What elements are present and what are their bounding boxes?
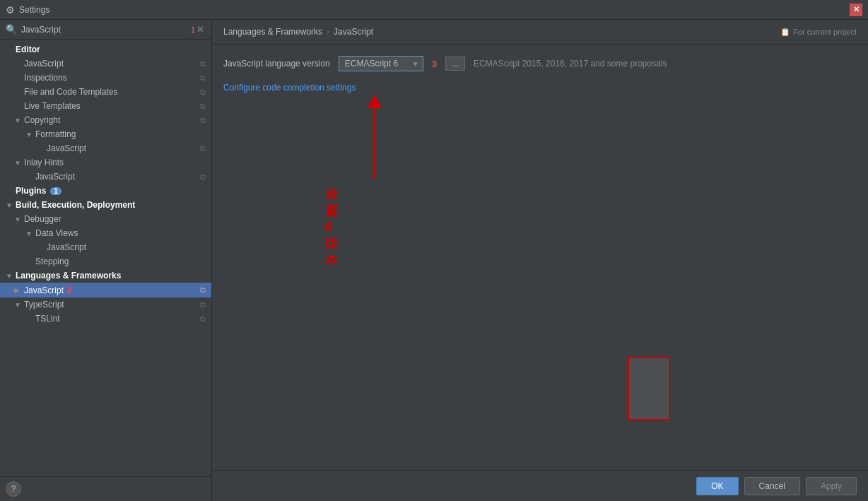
arrow-collapse-icon: ▼ [6, 272, 13, 280]
copy-icon: ⧉ [200, 102, 206, 111]
breadcrumb-part2: JavaScript [334, 27, 373, 37]
version-setting-label: JavaScript language version [223, 59, 330, 69]
sidebar-item-javascript-lf[interactable]: ▶ JavaScript 2 ⧉ [0, 283, 211, 297]
sidebar-item-javascript-formatting[interactable]: JavaScript ⧉ [0, 141, 211, 155]
copy-icon: ⧉ [200, 314, 206, 324]
arrow-collapse-icon: ▼ [6, 201, 13, 209]
arrow-collapse-icon: ▼ [14, 159, 21, 167]
sidebar-item-editor[interactable]: Editor [0, 42, 211, 57]
close-button[interactable]: ✕ [850, 4, 862, 16]
red-rectangle [628, 357, 670, 420]
red-arrow-svg [360, 94, 403, 186]
for-project-label: 📋 For current project [780, 28, 857, 37]
sidebar-item-javascript-editor[interactable]: JavaScript ⧉ [0, 57, 211, 71]
sidebar-tree: Editor JavaScript ⧉ Inspections ⧉ File a… [0, 40, 211, 476]
settings-icon: ⚙ [6, 4, 15, 16]
search-input[interactable] [21, 25, 188, 35]
arrow-collapse-icon: ▼ [14, 216, 21, 223]
plugins-badge: 1 [50, 187, 61, 195]
copy-icon: ⧉ [200, 172, 206, 182]
sidebar-item-file-code-templates[interactable]: File and Code Templates ⧉ [0, 85, 211, 99]
item-badge-2: 2 [66, 285, 71, 295]
sidebar-item-javascript-inlay[interactable]: JavaScript ⧉ [0, 170, 211, 184]
content-area: Languages & Frameworks › JavaScript 📋 Fo… [212, 20, 868, 501]
dots-button[interactable]: ... [445, 57, 465, 71]
cancel-button[interactable]: Cancel [744, 477, 800, 495]
ok-button[interactable]: OK [696, 477, 738, 495]
chinese-annotation: 设置6版本 [325, 186, 338, 269]
sidebar-item-build[interactable]: ▼ Build, Execution, Deployment [0, 198, 211, 212]
search-icon: 🔍 [6, 24, 17, 35]
version-setting-row: JavaScript language version ECMAScript 6… [223, 56, 857, 71]
sidebar: 🔍 1 ✕ Editor JavaScript ⧉ Inspections ⧉ [0, 20, 212, 501]
breadcrumb-part1: Languages & Frameworks [223, 27, 322, 37]
arrow-collapse-icon: ▼ [25, 230, 33, 237]
sidebar-item-inspections[interactable]: Inspections ⧉ [0, 71, 211, 85]
window-title: Settings [19, 5, 49, 15]
title-bar: ⚙ Settings ✕ [0, 0, 868, 20]
sidebar-item-inlay-hints[interactable]: ▼ Inlay Hints [0, 155, 211, 170]
copy-icon: ⧉ [200, 88, 206, 97]
sidebar-item-formatting[interactable]: ▼ Formatting [0, 127, 211, 141]
sidebar-item-debugger[interactable]: ▼ Debugger [0, 212, 211, 226]
project-icon: 📋 [780, 28, 790, 37]
arrow-collapse-icon: ▼ [14, 301, 21, 309]
footer: OK Cancel Apply [212, 470, 868, 501]
sidebar-item-typescript[interactable]: ▼ TypeScript ⧉ [0, 297, 211, 312]
version-select-wrapper: ECMAScript 6ECMAScript 5.1ECMAScript 201… [339, 56, 423, 71]
breadcrumb: Languages & Frameworks › JavaScript 📋 Fo… [212, 20, 868, 45]
configure-link[interactable]: Configure code completion settings [223, 83, 356, 93]
sidebar-item-data-views[interactable]: ▼ Data Views [0, 226, 211, 240]
sidebar-item-plugins[interactable]: Plugins 1 [0, 184, 211, 198]
annotation-badge-3: 3 [432, 59, 437, 69]
sidebar-item-lang-frameworks[interactable]: ▼ Languages & Frameworks [0, 269, 211, 283]
copy-icon: ⧉ [200, 285, 206, 295]
arrow-collapse-icon: ▼ [25, 131, 33, 138]
copy-icon: ⧉ [200, 59, 206, 69]
apply-button[interactable]: Apply [806, 477, 857, 495]
arrow-collapse-icon: ▼ [14, 117, 21, 124]
help-button[interactable]: ? [6, 481, 21, 497]
arrow-right-icon: ▶ [14, 286, 21, 294]
sidebar-item-javascript-data[interactable]: JavaScript [0, 240, 211, 254]
sidebar-item-live-templates[interactable]: Live Templates ⧉ [0, 99, 211, 113]
sidebar-item-tslint[interactable]: TSLint ⧉ [0, 312, 211, 326]
clear-search-button[interactable]: ✕ [195, 24, 206, 35]
copy-icon: ⧉ [200, 116, 206, 125]
search-bar: 🔍 1 ✕ [0, 20, 211, 40]
configure-link-row: Configure code completion settings [223, 83, 857, 93]
sidebar-item-copyright[interactable]: ▼ Copyright ⧉ [0, 113, 211, 127]
copy-icon: ⧉ [200, 300, 206, 310]
sidebar-bottom: ? [0, 476, 211, 501]
copy-icon: ⧉ [200, 73, 206, 83]
sidebar-item-stepping[interactable]: Stepping [0, 254, 211, 269]
version-select[interactable]: ECMAScript 6ECMAScript 5.1ECMAScript 201… [339, 56, 423, 71]
settings-panel: JavaScript language version ECMAScript 6… [212, 45, 868, 470]
version-info-text: ECMAScript 2015, 2016, 2017 and some pro… [474, 59, 667, 69]
breadcrumb-separator: › [327, 27, 329, 37]
copy-icon: ⧉ [200, 144, 206, 153]
